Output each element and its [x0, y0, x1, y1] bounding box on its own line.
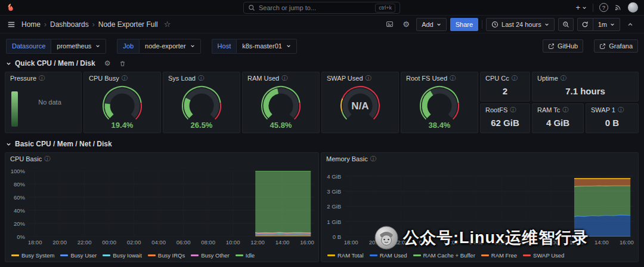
var-host-value-dropdown[interactable]: k8s-master01 — [236, 39, 297, 54]
info-icon: ⓘ — [510, 106, 516, 114]
x-axis-label: 22:00 — [78, 239, 92, 245]
pressure-bar-gauge — [11, 91, 18, 127]
legend-item[interactable]: RAM Cache + Buffer — [413, 252, 475, 259]
panel-title: RAM Tc — [537, 106, 560, 113]
legend-color-swatch — [327, 254, 335, 256]
refresh-interval-dropdown[interactable]: 1m — [593, 18, 620, 31]
info-icon: ⓘ — [198, 74, 204, 82]
legend-item[interactable]: Busy Other — [191, 252, 230, 259]
x-axis-label: 10:00 — [544, 239, 559, 245]
info-icon: ⓘ — [512, 74, 518, 82]
svg-text:45.8%: 45.8% — [270, 121, 292, 130]
grafana-logo[interactable] — [6, 3, 16, 13]
legend-item[interactable]: Busy Iowait — [103, 252, 142, 259]
legend-item[interactable]: Busy User — [60, 252, 97, 259]
panel-header[interactable]: CPU Basicⓘ — [5, 153, 318, 165]
share-button-label: Share — [456, 21, 473, 28]
panel-memory-basic: Memory Basicⓘ0 B1 GiB2 GiB3 GiB4 GiB18:0… — [321, 152, 639, 262]
favorite-star-icon[interactable]: ☆ — [164, 20, 171, 29]
legend-color-swatch — [481, 254, 489, 256]
x-axis-label: 22:00 — [394, 239, 408, 245]
breadcrumb-dashboards[interactable]: Dashboards — [50, 20, 89, 29]
external-link-icon — [548, 43, 555, 50]
breadcrumb: Home › Dashboards › Node Exporter Full ☆ — [21, 20, 171, 29]
panel-rootfs: RootFSⓘ62 GiB — [480, 103, 530, 133]
var-host-label: Host — [212, 39, 237, 54]
x-axis-label: 10:00 — [226, 239, 240, 245]
svg-text:38.4%: 38.4% — [429, 121, 451, 130]
breadcrumb-home[interactable]: Home — [21, 20, 41, 29]
zoom-out-button[interactable] — [558, 18, 574, 31]
add-button[interactable]: Add — [416, 18, 447, 31]
refresh-button[interactable] — [577, 18, 593, 31]
panel-header[interactable]: Sys Loadⓘ — [163, 72, 240, 84]
var-job-value-dropdown[interactable]: node-exporter — [139, 39, 201, 54]
panel-header[interactable]: CPU Busyⓘ — [84, 72, 160, 84]
row-settings-gear-icon[interactable]: ⚙ — [104, 59, 111, 67]
grafana-link-button[interactable]: Grafana — [594, 39, 638, 53]
chart-legend: RAM TotalRAM UsedRAM Cache + BufferRAM F… — [327, 252, 634, 259]
panel-header[interactable]: Pressureⓘ — [5, 72, 81, 84]
new-menu-button[interactable]: + — [575, 3, 587, 12]
y-axis-label: 2 GiB — [321, 203, 341, 210]
gauge: N/A — [332, 85, 389, 131]
gauge-body: 26.5% — [163, 83, 240, 133]
github-link-label: GitHub — [558, 42, 578, 50]
legend-label: RAM Free — [491, 252, 517, 259]
rss-news-icon[interactable] — [614, 4, 622, 11]
panel-header[interactable]: RAM Usedⓘ — [243, 72, 319, 84]
panel-header[interactable]: Memory Basicⓘ — [321, 153, 638, 165]
chart-plot[interactable] — [345, 171, 633, 237]
panel-swap-used: SWAP UsedⓘN/A — [321, 72, 399, 133]
time-range-picker[interactable]: Last 24 hours — [486, 18, 555, 31]
var-datasource-value-dropdown[interactable]: prometheus — [51, 39, 106, 54]
panel-header[interactable]: SWAP Usedⓘ — [322, 72, 398, 84]
panel-cpu-cc: CPU Ccⓘ2 — [480, 72, 530, 102]
legend-item[interactable]: RAM Used — [370, 252, 407, 259]
legend-item[interactable]: RAM Free — [481, 252, 517, 259]
snapshot-image-icon[interactable] — [383, 18, 396, 31]
breadcrumb-separator: › — [44, 20, 47, 29]
panel-cpu-busy: CPU Busyⓘ19.4% — [83, 72, 161, 133]
search-bar[interactable]: Search or jump to... ctrl+k — [243, 2, 400, 14]
divider — [593, 4, 593, 12]
chart-plot[interactable] — [29, 171, 314, 237]
legend-item[interactable]: Busy IRQs — [148, 252, 185, 259]
stat-value: 7.1 hours — [532, 82, 638, 100]
legend-color-swatch — [191, 254, 199, 256]
toolbar-actions: ⚙ Add Share Last 24 hours — [383, 18, 637, 31]
row-header-basic-cpu-mem-net-disk[interactable]: Basic CPU / Mem / Net / Disk — [6, 140, 112, 148]
github-link-button[interactable]: GitHub — [543, 39, 583, 53]
legend-item[interactable]: SWAP Used — [523, 252, 564, 259]
search-shortcut-badge: ctrl+k — [375, 4, 395, 13]
var-job: Job node-exporter — [117, 39, 200, 54]
row-title: Quick CPU / Mem / Disk — [15, 59, 95, 67]
info-icon: ⓘ — [450, 74, 456, 82]
panel-title: SWAP Used — [327, 75, 363, 82]
panel-title: SWAP 1 — [591, 106, 615, 113]
x-axis-label: 16:00 — [620, 239, 634, 245]
divider — [482, 20, 482, 29]
legend-item[interactable]: Busy System — [11, 252, 54, 259]
help-icon[interactable]: ? — [599, 3, 608, 12]
stat-value: 4 GiB — [532, 113, 583, 131]
x-axis-label: 04:00 — [151, 239, 166, 245]
panel-sys-load: Sys Loadⓘ26.5% — [163, 72, 240, 133]
legend-item[interactable]: Idle — [236, 252, 255, 259]
collapse-chevron-up-icon[interactable] — [624, 18, 637, 31]
x-axis-label: 00:00 — [102, 239, 116, 245]
legend-label: RAM Total — [338, 252, 364, 259]
panel-header[interactable]: Root FS Usedⓘ — [401, 72, 478, 84]
menu-toggle-icon[interactable] — [7, 20, 16, 29]
y-axis-label: 80% — [5, 181, 25, 188]
user-avatar[interactable] — [628, 2, 638, 13]
share-button[interactable]: Share — [450, 18, 478, 31]
panel-title: Uptime — [537, 75, 558, 82]
row-delete-trash-icon[interactable] — [119, 60, 126, 67]
panel-title: Pressure — [10, 75, 36, 82]
row-header-quick-cpu-mem-disk[interactable]: Quick CPU / Mem / Disk ⚙ — [6, 59, 126, 67]
dashboard-settings-gear-icon[interactable]: ⚙ — [400, 18, 413, 31]
panel-title: CPU Cc — [485, 75, 509, 82]
legend-item[interactable]: RAM Total — [327, 252, 364, 259]
legend-color-swatch — [370, 254, 377, 256]
